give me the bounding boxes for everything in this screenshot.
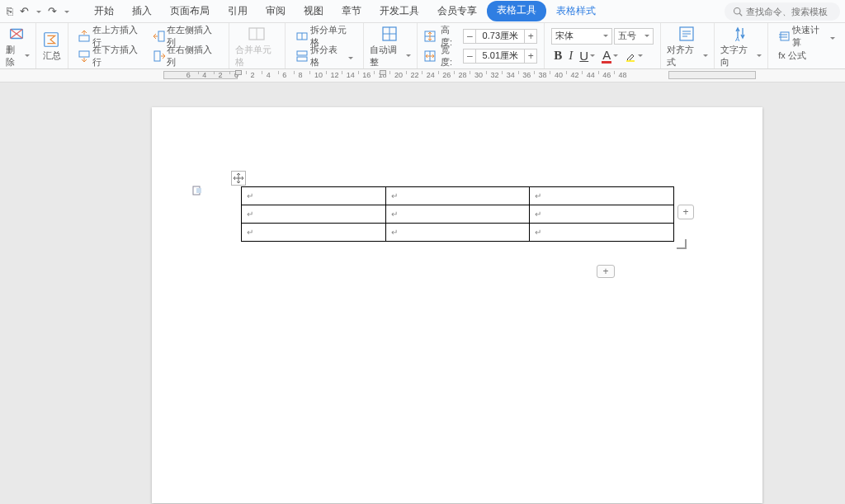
table-resize-handle[interactable] <box>677 239 687 249</box>
search-box[interactable] <box>725 2 840 21</box>
col-width-spinner[interactable]: – + <box>463 49 537 64</box>
ruler-tick: 4 <box>202 71 206 79</box>
italic-button[interactable]: I <box>566 49 575 63</box>
menu-layout[interactable]: 页面布局 <box>162 1 218 21</box>
row-height-input[interactable] <box>476 29 524 44</box>
quick-access-bar: ⎘ ↶ ↷ 开始 插入 页面布局 引用 审阅 视图 章节 开发工具 会员专享 表… <box>0 0 845 23</box>
add-column-button[interactable]: + <box>677 205 694 219</box>
split-table[interactable]: 拆分表格 <box>292 44 356 68</box>
textdir-label: 文字方向 <box>720 44 762 68</box>
menu-vip[interactable]: 会员专享 <box>429 1 485 21</box>
ruler-tick-minor <box>358 71 359 74</box>
svg-rect-7 <box>158 31 164 41</box>
delete-button[interactable]: 删除 <box>0 23 36 68</box>
undo-dropdown[interactable] <box>34 5 43 17</box>
table-cell[interactable]: ↵ <box>242 224 386 242</box>
menu-review[interactable]: 审阅 <box>257 1 294 21</box>
ruler-indent-left[interactable] <box>235 70 242 75</box>
formula[interactable]: fx 公式 <box>775 49 810 62</box>
document-page[interactable]: ↵↵↵ ↵↵↵ ↵↵↵ + <box>152 107 762 503</box>
ruler-tick: 4 <box>267 71 271 79</box>
menu-table-style[interactable]: 表格样式 <box>548 1 604 21</box>
bold-button[interactable]: B <box>551 49 564 63</box>
table-cell[interactable]: ↵ <box>242 187 386 205</box>
svg-point-0 <box>734 7 741 14</box>
ruler-tick: 8 <box>299 71 303 79</box>
insert-row-below[interactable]: 在下方插入行 <box>75 44 148 68</box>
redo-icon[interactable]: ↷ <box>46 5 59 17</box>
horizontal-ruler[interactable]: 6420246810121416182022242628303234363840… <box>0 69 845 82</box>
menu-view[interactable]: 视图 <box>295 1 332 21</box>
search-icon <box>733 7 743 16</box>
table-move-handle[interactable] <box>231 171 246 186</box>
ruler-indent-right[interactable] <box>380 70 386 75</box>
ruler-tick: 26 <box>442 71 451 79</box>
menu-dev[interactable]: 开发工具 <box>371 1 427 21</box>
document-table[interactable]: ↵↵↵ ↵↵↵ ↵↵↵ <box>241 186 674 242</box>
save-icon[interactable]: ⎘ <box>5 5 15 17</box>
font-group: 宋体 五号 B I U A <box>545 23 661 68</box>
ruler-tick: 20 <box>394 71 403 79</box>
menu-table-tools[interactable]: 表格工具 <box>487 1 546 21</box>
insert-col-right[interactable]: 在右侧插入列 <box>149 44 222 68</box>
table-cell[interactable]: ↵ <box>530 205 674 224</box>
qat-more[interactable] <box>62 5 71 17</box>
menu-ref[interactable]: 引用 <box>220 1 256 21</box>
undo-icon[interactable]: ↶ <box>18 5 31 17</box>
ruler-tick: 6 <box>282 71 286 79</box>
ruler-tick: 16 <box>362 71 371 79</box>
quick-calc[interactable]: 快速计算 <box>775 24 838 49</box>
ruler-tick: 22 <box>410 71 418 79</box>
svg-rect-14 <box>297 51 307 55</box>
add-row-button[interactable]: + <box>597 265 615 278</box>
ruler-tick: 30 <box>474 71 483 79</box>
ruler-tick: 36 <box>522 71 531 79</box>
ruler-tick: 42 <box>570 71 578 79</box>
menu-chapter[interactable]: 章节 <box>333 1 370 21</box>
ruler-tick: 10 <box>314 71 323 79</box>
ruler-tick-minor <box>454 71 455 74</box>
table-cell[interactable]: ↵ <box>385 187 530 205</box>
table-cell[interactable]: ↵ <box>530 187 674 205</box>
split-group: 拆分单元格 拆分表格 <box>286 23 364 68</box>
ruler-tick-minor <box>518 71 519 74</box>
ruler-tick-minor <box>406 71 407 74</box>
svg-rect-15 <box>297 57 307 61</box>
ruler-tick-minor <box>374 71 375 74</box>
ruler-tick-minor <box>534 71 535 74</box>
align-button[interactable]: 对齐方式 <box>661 23 715 68</box>
table-cell[interactable]: ↵ <box>385 205 530 224</box>
height-minus[interactable]: – <box>463 29 476 44</box>
col-width-input[interactable] <box>476 49 524 64</box>
table-cell[interactable]: ↵ <box>385 224 530 242</box>
ruler-tick: 2 <box>250 71 254 79</box>
text-direction-button[interactable]: A 文字方向 <box>715 23 768 68</box>
ruler-tick: 38 <box>539 71 547 79</box>
ruler-tick: 34 <box>507 71 515 79</box>
font-name-select[interactable]: 宋体 <box>551 28 612 45</box>
font-size-select[interactable]: 五号 <box>614 28 654 45</box>
merge-cells: 合并单元格 <box>229 23 286 68</box>
width-minus[interactable]: – <box>463 49 476 64</box>
underline-button[interactable]: U <box>577 49 597 63</box>
ruler-tick: 32 <box>490 71 498 79</box>
table-cell[interactable]: ↵ <box>242 205 386 224</box>
ruler-tick-minor <box>422 71 422 74</box>
highlight-button[interactable] <box>622 50 645 62</box>
menu-insert[interactable]: 插入 <box>124 1 160 21</box>
width-plus[interactable]: + <box>524 49 537 64</box>
search-input[interactable] <box>746 7 832 16</box>
height-plus[interactable]: + <box>524 29 537 44</box>
table-row: ↵↵↵ <box>242 224 674 242</box>
ruler-tick-minor <box>229 71 230 74</box>
font-color-button[interactable]: A <box>599 48 621 64</box>
width-icon <box>424 49 436 63</box>
ruler-tick-minor <box>342 71 342 74</box>
row-height-spinner[interactable]: – + <box>463 29 537 44</box>
table-cell[interactable]: ↵ <box>530 224 674 242</box>
ruler-tick: 40 <box>555 71 563 79</box>
autofit-button[interactable]: 自动调整 <box>364 23 418 68</box>
summary-button[interactable]: 汇总 <box>36 23 68 68</box>
menu-start[interactable]: 开始 <box>86 1 122 21</box>
ruler-tick-minor <box>198 71 199 74</box>
